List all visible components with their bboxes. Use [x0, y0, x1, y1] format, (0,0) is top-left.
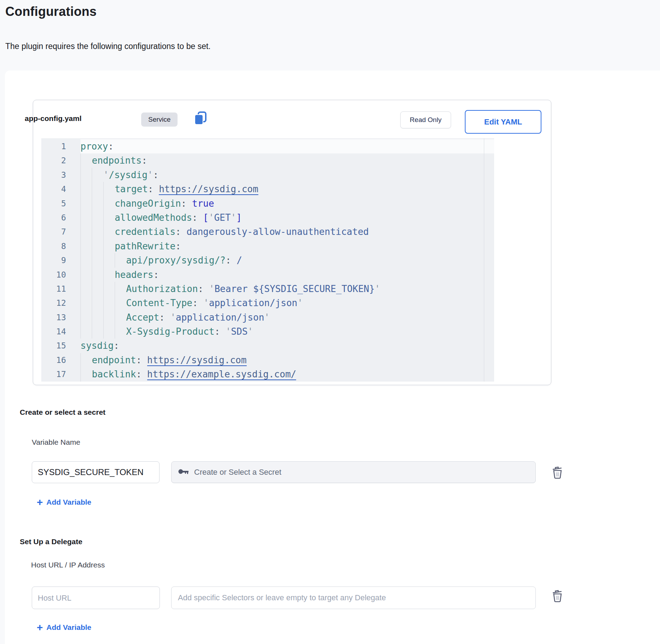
indent-guide: [92, 239, 103, 253]
code-text: target: https://sysdig.com: [80, 182, 494, 196]
code-text: pathRewrite:: [80, 239, 494, 253]
indent-guide: [80, 225, 92, 239]
code-line: 6allowedMethods: ['GET']: [41, 211, 494, 225]
code-text: endpoint: https://sysdig.com: [80, 353, 494, 367]
line-number: 8: [41, 239, 80, 253]
code-line: 2endpoints:: [41, 153, 494, 168]
line-number: 4: [41, 182, 80, 196]
indent-guide: [92, 253, 103, 267]
code-line: 15sysdig:: [41, 339, 494, 353]
line-number: 3: [41, 168, 80, 182]
code-text: api/proxy/sysdig/?: /: [80, 253, 494, 267]
indent-guide: [103, 253, 115, 267]
line-number: 1: [41, 139, 80, 153]
indent-guide: [80, 196, 92, 211]
code-text: Authorization: 'Bearer ${SYSDIG_SECURE_T…: [80, 282, 494, 296]
indent-guide: [115, 253, 126, 267]
line-number: 14: [41, 324, 80, 339]
trash-icon[interactable]: [550, 464, 565, 480]
variable-name-input[interactable]: [32, 461, 160, 483]
indent-guide: [80, 353, 92, 367]
indent-guide: [115, 296, 126, 310]
delegate-selector-input[interactable]: Add specific Selectors or leave empty to…: [171, 587, 536, 609]
line-number: 9: [41, 253, 80, 267]
delegate-section-heading: Set Up a Delegate: [20, 537, 82, 546]
indent-guide: [115, 310, 126, 324]
indent-guide: [92, 196, 103, 211]
indent-guide: [80, 282, 92, 296]
line-number: 7: [41, 225, 80, 239]
code-line: 1proxy:: [41, 139, 494, 153]
code-text: credentials: dangerously-allow-unauthent…: [80, 225, 494, 239]
page-title: Configurations: [5, 4, 97, 19]
configurations-page: Configurations The plugin requires the f…: [0, 0, 660, 644]
line-number: 12: [41, 296, 80, 310]
yaml-code-viewer[interactable]: 1proxy:2endpoints:3'/sysdig':4target: ht…: [41, 138, 494, 382]
edit-yaml-button[interactable]: Edit YAML: [465, 110, 541, 134]
indent-guide: [92, 211, 103, 225]
variable-name-label: Variable Name: [32, 438, 80, 446]
copy-icon[interactable]: [192, 110, 209, 126]
indent-guide: [80, 296, 92, 310]
plus-icon: +: [37, 497, 43, 507]
code-line: 16endpoint: https://sysdig.com: [41, 353, 494, 367]
code-text: X-Sysdig-Product: 'SDS': [80, 324, 494, 339]
indent-guide: [80, 268, 92, 282]
secret-select[interactable]: Create or Select a Secret: [171, 461, 536, 483]
indent-guide: [92, 225, 103, 239]
indent-guide: [103, 324, 115, 339]
indent-guide: [103, 239, 115, 253]
code-text: allowedMethods: ['GET']: [80, 211, 494, 225]
line-number: 6: [41, 211, 80, 225]
indent-guide: [103, 225, 115, 239]
code-line: 11Authorization: 'Bearer ${SYSDIG_SECURE…: [41, 282, 494, 296]
code-text: headers:: [80, 268, 494, 282]
line-number: 5: [41, 196, 80, 211]
code-line: 8pathRewrite:: [41, 239, 494, 253]
code-line: 10headers:: [41, 268, 494, 282]
code-text: endpoints:: [80, 153, 494, 168]
line-number: 16: [41, 353, 80, 367]
indent-guide: [80, 168, 92, 182]
indent-guide: [103, 282, 115, 296]
indent-guide: [92, 282, 103, 296]
delegate-selector-placeholder: Add specific Selectors or leave empty to…: [178, 593, 386, 602]
code-line: 5changeOrigin: true: [41, 196, 494, 211]
code-text: proxy:: [80, 139, 494, 153]
indent-guide: [80, 310, 92, 324]
code-line: 7credentials: dangerously-allow-unauthen…: [41, 225, 494, 239]
indent-guide: [103, 268, 115, 282]
indent-guide: [92, 182, 103, 196]
host-url-input[interactable]: [32, 587, 160, 609]
indent-guide: [103, 196, 115, 211]
indent-guide: [80, 324, 92, 339]
copy-icon-svg: [192, 110, 209, 126]
page-subtitle: The plugin requires the following config…: [5, 42, 211, 51]
line-number: 10: [41, 268, 80, 282]
code-text: changeOrigin: true: [80, 196, 494, 211]
trash-icon[interactable]: [550, 588, 565, 603]
indent-guide: [92, 268, 103, 282]
indent-guide: [80, 239, 92, 253]
read-only-button[interactable]: Read Only: [400, 111, 451, 128]
code-line: 17backlink: https://example.sysdig.com/: [41, 367, 494, 381]
add-variable-delegate[interactable]: + Add Variable: [37, 622, 91, 632]
indent-guide: [92, 168, 103, 182]
code-text: sysdig:: [80, 339, 494, 353]
indent-guide: [92, 324, 103, 339]
code-line: 4target: https://sysdig.com: [41, 182, 494, 196]
indent-guide: [92, 296, 103, 310]
add-variable-secret[interactable]: + Add Variable: [37, 497, 91, 507]
code-text: backlink: https://example.sysdig.com/: [80, 367, 494, 381]
indent-guide: [103, 211, 115, 225]
line-number: 2: [41, 153, 80, 168]
indent-guide: [80, 182, 92, 196]
code-line: 12Content-Type: 'application/json': [41, 296, 494, 310]
service-badge: Service: [141, 113, 178, 127]
code-lines: 1proxy:2endpoints:3'/sysdig':4target: ht…: [41, 138, 494, 382]
host-url-label: Host URL / IP Address: [31, 561, 105, 569]
code-text: Content-Type: 'application/json': [80, 296, 494, 310]
code-line: 14X-Sysdig-Product: 'SDS': [41, 324, 494, 339]
plus-icon: +: [37, 622, 43, 632]
indent-guide: [92, 310, 103, 324]
